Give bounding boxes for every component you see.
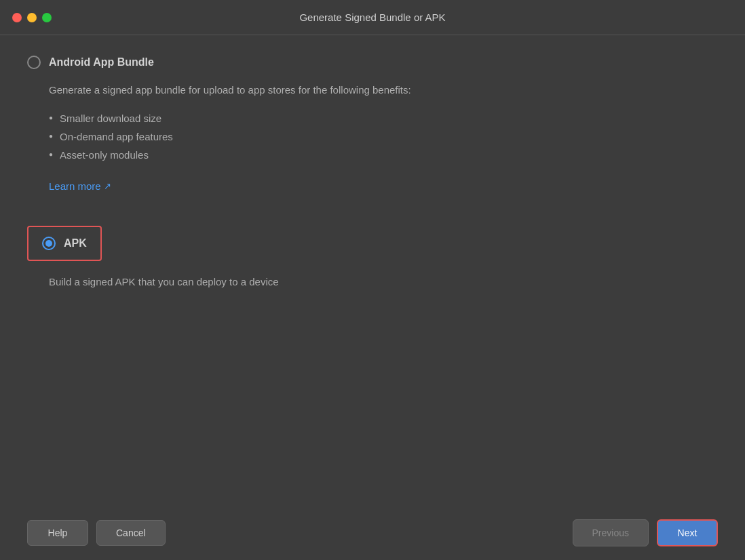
bundle-radio[interactable]	[27, 56, 41, 69]
bundle-section: Android App Bundle Generate a signed app…	[27, 56, 718, 212]
apk-section: APK Build a signed APK that you can depl…	[27, 226, 718, 290]
previous-button[interactable]: Previous	[573, 519, 649, 546]
learn-more-link[interactable]: Learn more ↗	[49, 180, 111, 192]
apk-label: APK	[64, 237, 87, 249]
next-button[interactable]: Next	[657, 519, 718, 546]
help-button[interactable]: Help	[27, 520, 88, 546]
learn-more-arrow-icon: ↗	[104, 181, 111, 191]
bundle-benefits-list: Smaller download size On-demand app feat…	[49, 109, 718, 164]
bundle-description: Generate a signed app bundle for upload …	[49, 83, 718, 98]
bundle-label: Android App Bundle	[49, 56, 154, 68]
footer-right-buttons: Previous Next	[573, 519, 718, 546]
cancel-button[interactable]: Cancel	[96, 520, 166, 546]
window-controls[interactable]	[12, 13, 52, 22]
benefit-item-1: Smaller download size	[49, 109, 718, 127]
footer-left-buttons: Help Cancel	[27, 520, 166, 546]
maximize-button[interactable]	[42, 13, 52, 22]
learn-more-text: Learn more	[49, 180, 101, 192]
title-bar: Generate Signed Bundle or APK	[0, 0, 745, 35]
apk-radio-container[interactable]: APK	[27, 226, 102, 261]
apk-radio[interactable]	[42, 237, 56, 250]
dialog-title: Generate Signed Bundle or APK	[299, 12, 445, 23]
footer: Help Cancel Previous Next	[27, 506, 718, 560]
close-button[interactable]	[12, 13, 22, 22]
main-content: Android App Bundle Generate a signed app…	[0, 35, 745, 560]
minimize-button[interactable]	[27, 13, 37, 22]
benefit-item-3: Asset-only modules	[49, 146, 718, 164]
bundle-radio-row[interactable]: Android App Bundle	[27, 56, 718, 69]
benefit-item-2: On-demand app features	[49, 127, 718, 146]
apk-description: Build a signed APK that you can deploy t…	[49, 275, 718, 290]
